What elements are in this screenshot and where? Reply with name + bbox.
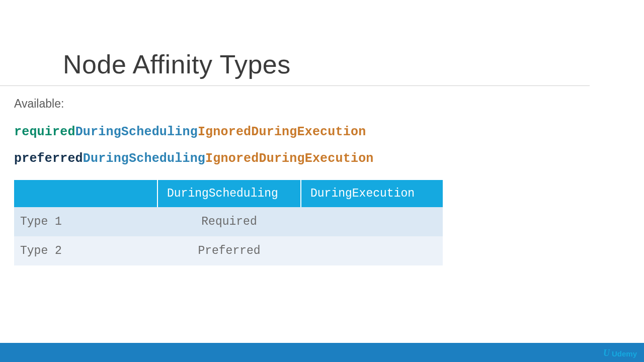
affinity-types-table: DuringScheduling DuringExecution Type 1 …: [14, 180, 443, 265]
cell-execution: [301, 236, 443, 265]
slide: Node Affinity Types Available: requiredD…: [0, 0, 644, 362]
cell-execution: [301, 207, 443, 236]
header-during-execution: DuringExecution: [301, 180, 443, 207]
brand-u-icon: U: [603, 348, 610, 358]
segment-preferred: preferred: [14, 151, 83, 166]
cell-scheduling: Required: [157, 207, 301, 236]
footer-bar: [0, 343, 644, 362]
cell-type-label: Type 1: [14, 207, 157, 236]
affinity-type-line-1: requiredDuringSchedulingIgnoredDuringExe…: [14, 125, 644, 139]
slide-title: Node Affinity Types: [0, 0, 590, 86]
brand-udemy: U Udemy: [603, 348, 637, 359]
segment-ignored-during-execution: IgnoredDuringExecution: [205, 151, 373, 166]
subtitle-available: Available:: [14, 97, 644, 111]
brand-label: Udemy: [612, 349, 637, 358]
segment-during-scheduling: DuringScheduling: [83, 151, 205, 166]
table-row: Type 2 Preferred: [14, 236, 443, 265]
header-blank: [14, 180, 157, 207]
cell-type-label: Type 2: [14, 236, 157, 265]
segment-during-scheduling: DuringScheduling: [75, 125, 198, 139]
segment-ignored-during-execution: IgnoredDuringExecution: [198, 125, 366, 139]
segment-required: required: [14, 125, 75, 139]
cell-scheduling: Preferred: [157, 236, 301, 265]
affinity-type-line-2: preferredDuringSchedulingIgnoredDuringEx…: [14, 151, 644, 166]
table-row: Type 1 Required: [14, 207, 443, 236]
header-during-scheduling: DuringScheduling: [157, 180, 301, 207]
table-header-row: DuringScheduling DuringExecution: [14, 180, 443, 207]
